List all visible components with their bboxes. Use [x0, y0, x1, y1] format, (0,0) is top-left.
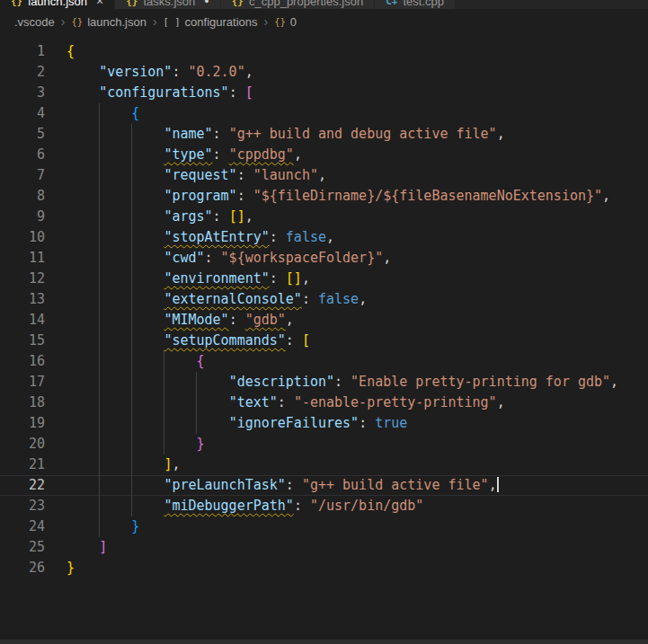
code-content: "environment": [], — [67, 269, 648, 289]
code-content: { — [67, 103, 648, 124]
line-number[interactable]: 1 — [0, 41, 45, 62]
line-number[interactable]: 2 — [0, 62, 45, 83]
tab-launch-json[interactable]: {} launch.json × — [0, 0, 115, 9]
code-token: false — [318, 291, 359, 307]
line-number[interactable]: 9 — [0, 207, 45, 227]
line-number[interactable]: 20 — [0, 434, 45, 454]
editor: 1{2 "version": "0.2.0",3 "configurations… — [0, 34, 648, 578]
code-token: : — [229, 84, 245, 101]
code-content: "setupCommands": [ — [67, 331, 648, 351]
indent-guide — [131, 351, 132, 372]
code-token: [ — [302, 332, 310, 348]
code-line[interactable]: 16 { — [0, 351, 648, 372]
code-line[interactable]: 6 "type": "cppdbg", — [0, 145, 648, 165]
indent-guide — [131, 248, 132, 269]
line-number[interactable]: 13 — [0, 289, 45, 310]
breadcrumb-item-0[interactable]: {} 0 — [274, 15, 297, 29]
code-line[interactable]: 9 "args": [], — [0, 207, 648, 227]
tab-tasks-json[interactable]: {} tasks.json ● — [115, 0, 221, 9]
line-number[interactable]: 7 — [0, 165, 45, 186]
code-token: } — [67, 560, 75, 576]
line-number[interactable]: 18 — [0, 393, 45, 413]
line-number[interactable]: 14 — [0, 310, 45, 331]
breadcrumb-label: configurations — [185, 15, 258, 29]
code-line[interactable]: 14 "MIMode": "gdb", — [0, 310, 648, 331]
code-content: } — [67, 516, 648, 537]
code-content: "name": "g++ build and debug active file… — [67, 124, 648, 145]
code-token: [] — [229, 208, 245, 225]
line-number[interactable]: 3 — [0, 83, 45, 103]
line-number[interactable]: 11 — [0, 248, 45, 269]
line-number[interactable]: 24 — [0, 516, 45, 537]
code-token: { — [131, 105, 139, 121]
line-number[interactable]: 5 — [0, 124, 45, 145]
code-line[interactable]: 18 "text": "-enable-pretty-printing", — [0, 393, 648, 413]
indent-guide — [164, 351, 164, 372]
code-line[interactable]: 15 "setupCommands": [ — [0, 331, 648, 351]
line-number[interactable]: 21 — [0, 454, 45, 475]
code-content: "type": "cppdbg", — [67, 145, 648, 165]
code-token: , — [602, 188, 610, 204]
code-line[interactable]: 17 "description": "Enable pretty-printin… — [0, 372, 648, 393]
code-token: { — [67, 43, 75, 59]
code-line[interactable]: 10 "stopAtEntry": false, — [0, 227, 648, 248]
breadcrumb-item-configurations[interactable]: [ ] configurations — [164, 15, 258, 29]
indent-guide — [99, 516, 100, 537]
code-line[interactable]: 19 "ignoreFailures": true — [0, 413, 648, 434]
code-token: : — [286, 477, 302, 493]
line-number[interactable]: 4 — [0, 103, 45, 124]
modified-dot-icon[interactable]: ● — [204, 0, 209, 5]
indent-guide — [131, 393, 132, 413]
code-line[interactable]: 21 ], — [0, 454, 648, 475]
line-number[interactable]: 22 — [0, 475, 45, 496]
code-line[interactable]: 20 } — [0, 434, 648, 454]
code-line[interactable]: 13 "externalConsole": false, — [0, 289, 648, 310]
code-line[interactable]: 3 "configurations": [ — [0, 83, 648, 103]
code-token: : — [172, 64, 188, 80]
indent-guide — [131, 475, 132, 496]
code-token: "gdb" — [245, 312, 286, 328]
line-number[interactable]: 19 — [0, 413, 45, 434]
code-line[interactable]: 5 "name": "g++ build and debug active fi… — [0, 124, 648, 145]
indent-guide — [131, 310, 132, 331]
line-number[interactable]: 23 — [0, 496, 45, 516]
code-line[interactable]: 12 "environment": [], — [0, 269, 648, 289]
code-token: } — [131, 518, 139, 534]
code-line[interactable]: 24 } — [0, 516, 648, 537]
indent-guide — [196, 393, 197, 413]
code-line[interactable]: 26} — [0, 558, 648, 578]
breadcrumb-label: .vscode — [14, 15, 55, 29]
breadcrumb-item-launch-json[interactable]: {} launch.json — [71, 15, 146, 29]
line-number[interactable]: 12 — [0, 269, 45, 289]
code-token: , — [359, 291, 367, 307]
code-token: "environment" — [164, 270, 269, 287]
line-number[interactable]: 6 — [0, 145, 45, 165]
code-line[interactable]: 11 "cwd": "${workspaceFolder}", — [0, 248, 648, 269]
breadcrumb-item-vscode[interactable]: .vscode — [14, 15, 55, 29]
code-token: , — [172, 456, 180, 472]
code-line[interactable]: 25 ] — [0, 537, 648, 558]
code-content: "ignoreFailures": true — [67, 413, 648, 434]
tab-c-cpp-properties-json[interactable]: {} c_cpp_properties.json — [221, 0, 375, 9]
line-number[interactable]: 16 — [0, 351, 45, 372]
code-line[interactable]: 4 { — [0, 103, 648, 124]
code-line[interactable]: 2 "version": "0.2.0", — [0, 62, 648, 83]
close-icon[interactable]: × — [96, 0, 103, 8]
line-number[interactable]: 17 — [0, 372, 45, 393]
line-number[interactable]: 8 — [0, 186, 45, 207]
indent-guide — [99, 124, 100, 145]
line-number[interactable]: 10 — [0, 227, 45, 248]
code-line[interactable]: 22 "preLaunchTask": "g++ build active fi… — [0, 475, 648, 496]
code-token: ] — [99, 539, 107, 555]
tab-test-cpp[interactable]: C+ test.cpp — [375, 0, 456, 9]
line-number[interactable]: 25 — [0, 537, 45, 558]
line-number[interactable]: 15 — [0, 331, 45, 351]
code-token: , — [245, 64, 253, 80]
code-line[interactable]: 23 "miDebuggerPath": "/usr/bin/gdb" — [0, 496, 648, 516]
code-line[interactable]: 1{ — [0, 41, 648, 62]
indent-guide — [99, 454, 100, 475]
code-content: "MIMode": "gdb", — [67, 310, 648, 331]
code-line[interactable]: 8 "program": "${fileDirname}/${fileBasen… — [0, 186, 648, 207]
code-line[interactable]: 7 "request": "launch", — [0, 165, 648, 186]
line-number[interactable]: 26 — [0, 558, 45, 578]
